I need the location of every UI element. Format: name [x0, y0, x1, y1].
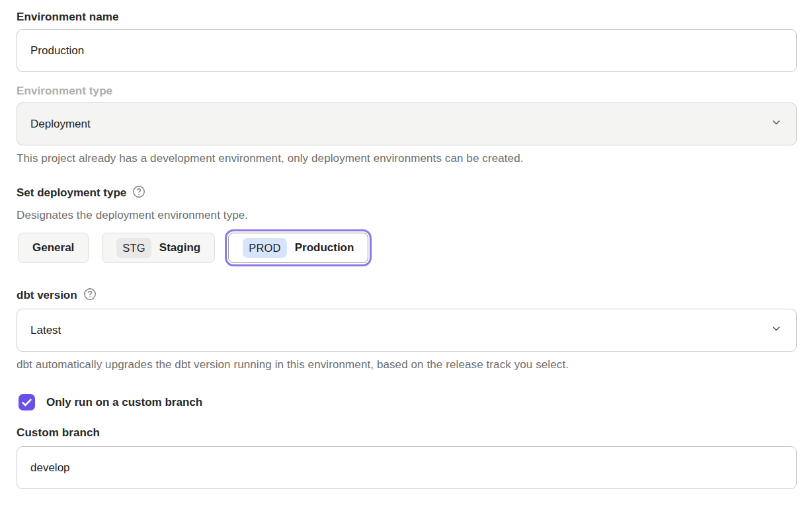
environment-type-label: Environment type: [17, 85, 112, 98]
dbt-version-value: Latest: [30, 324, 61, 337]
production-button[interactable]: PROD Production: [228, 233, 368, 263]
custom-branch-checkbox[interactable]: [19, 394, 35, 410]
deployment-type-label-text: Set deployment type: [17, 186, 126, 200]
custom-branch-label: Custom branch: [17, 426, 100, 440]
deployment-type-description: Designates the deployment environment ty…: [17, 209, 248, 222]
dbt-version-select[interactable]: Latest: [17, 309, 797, 352]
staging-button[interactable]: STG Staging: [102, 233, 215, 263]
environment-name-label: Environment name: [17, 11, 119, 24]
help-icon[interactable]: [83, 288, 97, 304]
custom-branch-toggle-row: Only run on a custom branch: [19, 394, 202, 410]
general-button-label: General: [32, 241, 74, 254]
dbt-version-section-label: dbt version: [17, 287, 97, 303]
staging-button-label: Staging: [159, 241, 200, 254]
custom-branch-toggle-label[interactable]: Only run on a custom branch: [46, 396, 202, 409]
staging-badge: STG: [116, 238, 151, 258]
environment-name-input[interactable]: [17, 29, 797, 72]
environment-type-select[interactable]: Deployment: [17, 102, 797, 145]
dbt-version-label-text: dbt version: [17, 289, 77, 302]
general-button[interactable]: General: [18, 233, 89, 263]
environment-type-value: Deployment: [30, 118, 91, 131]
dbt-version-helper: dbt automatically upgrades the dbt versi…: [17, 358, 569, 371]
deployment-type-option-production: PROD Production: [225, 229, 372, 266]
chevron-down-icon: [771, 117, 782, 131]
chevron-down-icon: [771, 323, 782, 337]
environment-type-helper: This project already has a development e…: [17, 152, 524, 165]
environment-settings-form: Environment name Environment type Deploy…: [0, 0, 812, 505]
deployment-type-option-general: General: [15, 229, 92, 266]
help-icon[interactable]: [132, 185, 145, 202]
checkmark-icon: [22, 399, 32, 407]
deployment-type-button-group: General STG Staging PROD Production: [15, 229, 372, 266]
production-button-label: Production: [295, 241, 354, 254]
deployment-type-section-label: Set deployment type: [17, 184, 145, 201]
production-badge: PROD: [243, 238, 286, 258]
deployment-type-option-staging: STG Staging: [99, 229, 218, 266]
custom-branch-input[interactable]: [17, 446, 797, 489]
